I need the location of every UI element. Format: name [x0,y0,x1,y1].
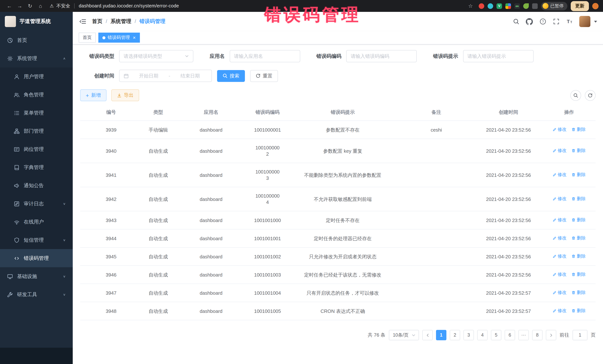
edit-link[interactable]: 修改 [552,308,567,314]
edit-link[interactable]: 修改 [552,217,567,223]
export-button[interactable]: 导出 [111,89,139,101]
delete-link[interactable]: 删除 [572,172,586,178]
table-search-toggle-button[interactable] [570,90,581,101]
breadcrumb-item[interactable]: 首页 [92,18,103,25]
annotation-overlay: 错误码管理 [264,6,361,23]
edit-link-label: 修改 [557,235,567,241]
sidebar-item[interactable]: 通知公告 [0,176,73,195]
breadcrumb-item[interactable]: 错误码管理 [131,18,165,25]
back-icon[interactable]: ← [4,1,14,11]
edit-link[interactable]: 修改 [552,271,567,278]
help-icon[interactable]: ? [539,18,546,25]
page-button[interactable]: 4 [477,330,487,340]
reset-button[interactable]: 重置 [250,70,278,82]
paused-badge[interactable]: 已暂停 [541,2,567,10]
filter-group-time: 创建时间 开始日期 - 结束日期 [80,70,212,82]
home-icon[interactable]: ⌂ [36,1,45,11]
goto-page-input[interactable]: 1 [573,330,587,340]
sidebar-item[interactable]: 在线用户 [0,213,73,231]
sidebar-item[interactable]: 用户管理 [0,67,73,86]
filter-row-1: 错误码类型 请选择错误码类型 应用名 请输入应用名 错误码编码 请输入错误码编码 [80,50,596,62]
edit-link[interactable]: 修改 [552,147,567,154]
app-name-input[interactable]: 请输入应用名 [230,50,300,62]
edit-link[interactable]: 修改 [552,235,567,241]
forward-icon[interactable]: → [15,1,24,11]
sidebar-item[interactable]: 短信管理 ∨ [0,231,73,249]
update-button[interactable]: 更新 [571,1,589,11]
breadcrumb-item[interactable]: 系统管理 [103,18,131,25]
delete-link[interactable]: 删除 [572,147,586,154]
sidebar-item[interactable]: 审计日志 ∨ [0,195,73,213]
add-button[interactable]: + 新增 [80,89,106,101]
sidebar-item[interactable]: 角色管理 [0,86,73,104]
sidebar-item[interactable]: 研发工具 ∨ [0,286,73,304]
delete-link[interactable]: 删除 [572,253,586,259]
page-button[interactable]: 1 [436,330,446,340]
page-size-select[interactable]: 10条/页 [389,330,419,340]
edit-link[interactable]: 修改 [552,126,567,133]
cell-create-time: 2021-04-20 23:52:56 [475,187,543,211]
sidebar-item[interactable]: 菜单管理 [0,104,73,122]
menu-fold-icon[interactable] [79,17,87,26]
github-icon[interactable] [526,18,533,25]
page-button[interactable]: 6 [505,330,515,340]
edit-link[interactable]: 修改 [552,289,567,296]
sidebar-item[interactable]: 部门管理 [0,122,73,140]
table-row: 3947 自动生成 dashboard 1001001004 只有开启状态的任务… [80,284,596,302]
close-icon[interactable]: × [133,35,136,40]
delete-link[interactable]: 删除 [572,126,586,133]
delete-link[interactable]: 删除 [572,235,586,241]
app-logo[interactable]: 芋道管理系统 [0,12,73,31]
edit-link[interactable]: 修改 [552,253,567,259]
sidebar-item[interactable]: 首页 [0,31,73,49]
bookmark-star-icon[interactable]: ☆ [466,1,475,11]
cell-id: 3946 [80,265,142,284]
search-button[interactable]: 搜索 [217,70,245,82]
extension-icon-3[interactable]: V [497,3,502,9]
extension-icon-6[interactable] [523,3,529,9]
sidebar-item[interactable]: 字典管理 [0,158,73,176]
caret-down-icon[interactable] [594,21,597,22]
page-button[interactable]: 3 [464,330,474,340]
cell-error-code: 1001001004 [248,284,287,302]
error-code-input[interactable]: 请输入错误码编码 [346,50,417,62]
delete-link[interactable]: 删除 [572,217,586,223]
prev-page-button[interactable] [422,330,433,340]
sidebar-item[interactable]: 错误码管理 [0,249,73,267]
fullscreen-icon[interactable] [553,18,560,25]
cell-remark [398,187,475,211]
extension-icon-2[interactable] [487,3,493,9]
search-icon[interactable] [512,18,520,25]
extension-icon-5[interactable]: on [514,3,520,9]
extension-icon-1[interactable] [479,3,484,9]
sidebar-item[interactable]: 系统管理 ∧ [0,49,73,67]
page-button[interactable]: 2 [450,330,460,340]
table-refresh-button[interactable] [585,90,596,101]
sidebar-item[interactable]: 岗位管理 [0,140,73,158]
extension-icon-7[interactable] [532,3,538,9]
sidebar-item[interactable]: 基础设施 ∨ [0,267,73,286]
fontsize-icon[interactable]: TT [566,18,573,25]
delete-link-label: 删除 [577,308,586,314]
tab[interactable]: 首页 × [79,33,96,43]
edit-link[interactable]: 修改 [552,172,567,178]
page-button[interactable]: 8 [532,330,543,340]
extension-icon-4[interactable] [505,3,511,9]
delete-link[interactable]: 删除 [572,289,586,296]
delete-link[interactable]: 删除 [572,271,586,278]
address-bar[interactable]: ⚠ 不安全 dashboard.yudao.iocoder.cn/system/… [50,3,179,9]
reload-icon[interactable]: ↻ [25,1,35,11]
delete-link[interactable]: 删除 [572,308,586,314]
next-page-button[interactable] [546,330,556,340]
create-time-range-picker[interactable]: 开始日期 - 结束日期 [119,70,212,82]
error-message-input[interactable]: 请输入错误码提示 [463,50,533,62]
error-code-type-select[interactable]: 请选择错误码类型 [119,50,193,62]
user-avatar[interactable] [579,16,590,27]
delete-link[interactable]: 删除 [572,196,586,202]
page-button[interactable]: ··· [518,330,529,340]
browser-profile-avatar[interactable] [592,3,599,9]
sidebar-collapse-bar[interactable] [0,348,73,364]
tab[interactable]: 错误码管理 × [98,33,140,43]
page-button[interactable]: 5 [491,330,501,340]
edit-link[interactable]: 修改 [552,196,567,202]
